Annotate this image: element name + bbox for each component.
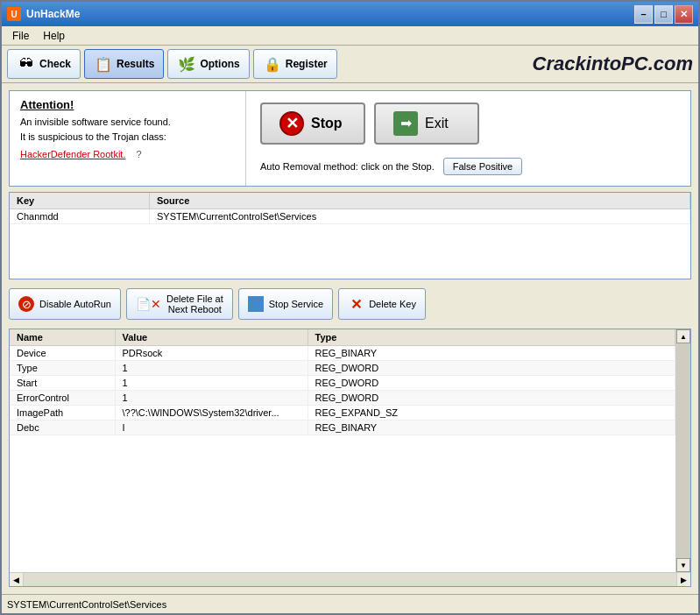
details-header-row: Name Value Type: [10, 329, 675, 346]
title-bar: U UnHackMe – □ ✕: [2, 2, 698, 26]
stop-label: Stop: [311, 116, 343, 131]
status-bar: SYSTEM\CurrentControlSet\Services: [2, 594, 698, 613]
main-window: U UnHackMe – □ ✕ File Help 🕶 Check 📋 Res…: [0, 0, 700, 615]
check-icon: 🕶: [17, 54, 36, 74]
details-value-header: Value: [115, 329, 308, 346]
attention-panel: Attention! An invisible software service…: [9, 90, 691, 187]
brand-text: CrackintoPC.com: [533, 53, 693, 75]
exit-label: Exit: [425, 116, 449, 131]
scroll-left-button[interactable]: ◀: [10, 573, 24, 587]
delete-key-button[interactable]: ✕ Delete Key: [338, 288, 426, 320]
details-name-cell: Debc: [10, 421, 115, 435]
details-row[interactable]: ErrorControl 1 REG_DWORD: [10, 391, 675, 406]
registry-key-header: Key: [10, 193, 150, 209]
details-name-cell: Start: [10, 376, 115, 391]
details-name-header: Name: [10, 329, 115, 346]
details-scroll-wrapper[interactable]: Name Value Type Device PDRsock REG_BINAR…: [10, 329, 675, 572]
maximize-button[interactable]: □: [654, 5, 673, 24]
auto-removal-row: Auto Removal method: click on the Stop. …: [260, 158, 676, 175]
disable-autorun-label: Disable AutoRun: [39, 299, 111, 309]
details-value-cell: I: [115, 421, 308, 435]
attention-body: An invisible software service found. It …: [20, 115, 235, 162]
register-label: Register: [286, 58, 328, 70]
details-type-cell: REG_DWORD: [308, 376, 675, 391]
details-row[interactable]: ImagePath \??\C:\WINDOWS\System32\driver…: [10, 406, 675, 421]
scroll-up-button[interactable]: ▲: [676, 329, 690, 343]
details-table: Name Value Type Device PDRsock REG_BINAR…: [10, 329, 675, 435]
window-title: UnHackMe: [26, 8, 634, 20]
scroll-down-button[interactable]: ▼: [676, 558, 690, 572]
details-section: Name Value Type Device PDRsock REG_BINAR…: [9, 329, 691, 587]
options-icon: 🌿: [177, 54, 196, 74]
details-value-cell: PDRsock: [115, 346, 308, 361]
details-name-cell: Device: [10, 346, 115, 361]
register-icon: 🔒: [263, 54, 282, 74]
action-buttons-row: ⊘ Disable AutoRun 📄✕ Delete File atNext …: [9, 285, 691, 323]
false-positive-button[interactable]: False Positive: [443, 158, 522, 175]
app-icon: U: [7, 7, 21, 21]
auto-removal-text: Auto Removal method: click on the Stop.: [260, 161, 435, 172]
details-row[interactable]: Type 1 REG_DWORD: [10, 361, 675, 376]
check-label: Check: [39, 58, 71, 70]
window-controls: – □ ✕: [634, 5, 693, 24]
attention-line2: It is suspicious to the Trojan class:: [20, 130, 235, 145]
close-button[interactable]: ✕: [675, 5, 693, 24]
disable-autorun-button[interactable]: ⊘ Disable AutoRun: [9, 288, 121, 320]
rootkit-link[interactable]: HackerDefender Rootkit.: [20, 147, 125, 162]
registry-source-cell: SYSTEM\CurrentControlSet\Services: [150, 209, 690, 223]
menu-file[interactable]: File: [5, 28, 36, 44]
delete-file-button[interactable]: 📄✕ Delete File atNext Reboot: [126, 288, 233, 320]
details-row[interactable]: Device PDRsock REG_BINARY: [10, 346, 675, 361]
stop-exit-row: ✕ Stop ➡ Exit: [260, 102, 676, 145]
horizontal-scrollbar[interactable]: ◀ ▶: [10, 572, 690, 586]
attention-right: ✕ Stop ➡ Exit Auto Removal method: click…: [246, 91, 690, 186]
hscroll-track[interactable]: [24, 573, 676, 586]
details-value-cell: \??\C:\WINDOWS\System32\driver...: [115, 406, 308, 421]
stop-service-button[interactable]: Stop Service: [238, 288, 333, 320]
menu-bar: File Help: [2, 26, 698, 46]
status-text: SYSTEM\CurrentControlSet\Services: [7, 599, 166, 610]
check-button[interactable]: 🕶 Check: [7, 49, 81, 79]
disable-autorun-icon: ⊘: [18, 296, 34, 312]
delete-key-label: Delete Key: [369, 299, 416, 309]
stop-service-label: Stop Service: [269, 299, 323, 309]
details-type-cell: REG_DWORD: [308, 361, 675, 376]
details-row[interactable]: Debc I REG_BINARY: [10, 421, 675, 435]
question-mark[interactable]: ?: [136, 147, 141, 162]
menu-help[interactable]: Help: [36, 28, 72, 44]
stop-button[interactable]: ✕ Stop: [260, 102, 365, 145]
registry-header-row: Key Source: [10, 193, 690, 209]
details-inner: Name Value Type Device PDRsock REG_BINAR…: [10, 329, 690, 572]
register-button[interactable]: 🔒 Register: [253, 49, 337, 79]
toolbar: 🕶 Check 📋 Results 🌿 Options 🔒 Register C…: [2, 46, 698, 83]
registry-key-cell: Chanmdd: [10, 209, 150, 223]
details-type-cell: REG_EXPAND_SZ: [308, 406, 675, 421]
attention-left: Attention! An invisible software service…: [10, 91, 246, 186]
details-value-cell: 1: [115, 391, 308, 406]
options-button[interactable]: 🌿 Options: [167, 49, 249, 79]
results-label: Results: [117, 58, 154, 70]
details-type-header: Type: [308, 329, 675, 346]
scroll-right-button[interactable]: ▶: [676, 573, 690, 587]
minimize-button[interactable]: –: [634, 5, 653, 24]
details-value-cell: 1: [115, 361, 308, 376]
options-label: Options: [200, 58, 239, 70]
exit-icon: ➡: [393, 111, 418, 136]
details-type-cell: REG_BINARY: [308, 421, 675, 435]
registry-row[interactable]: Chanmdd SYSTEM\CurrentControlSet\Service…: [10, 209, 690, 224]
details-name-cell: ImagePath: [10, 406, 115, 421]
results-button[interactable]: 📋 Results: [84, 49, 164, 79]
results-icon: 📋: [94, 54, 113, 74]
details-row[interactable]: Start 1 REG_DWORD: [10, 376, 675, 391]
scroll-track[interactable]: [676, 343, 690, 558]
exit-button[interactable]: ➡ Exit: [374, 102, 479, 145]
vertical-scrollbar[interactable]: ▲ ▼: [675, 329, 690, 572]
attention-line1: An invisible software service found.: [20, 115, 235, 130]
delete-file-icon: 📄✕: [136, 297, 161, 311]
main-content: Attention! An invisible software service…: [2, 83, 698, 594]
details-name-cell: ErrorControl: [10, 391, 115, 406]
registry-section: Key Source Chanmdd SYSTEM\CurrentControl…: [9, 192, 691, 279]
details-value-cell: 1: [115, 376, 308, 391]
attention-title: Attention!: [20, 98, 235, 111]
delete-key-icon: ✕: [348, 296, 364, 312]
